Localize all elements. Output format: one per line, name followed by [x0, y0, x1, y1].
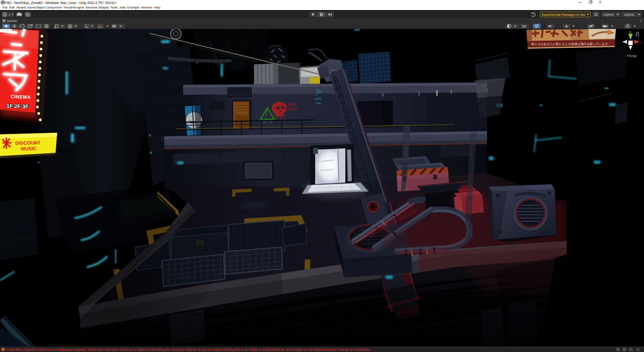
- svg-text:私たちはあなたに私たちとの快適な飛行を願っています: 私たちはあなたに私たちとの快適な飛行を願っています: [531, 42, 608, 46]
- svg-text:DISCOUNT: DISCOUNT: [15, 140, 41, 146]
- svg-text:1F 2F 3F: 1F 2F 3F: [6, 103, 29, 110]
- svg-text:x: x: [640, 41, 641, 43]
- svg-text:MUSIC: MUSIC: [21, 146, 37, 152]
- svg-text:y: y: [629, 30, 630, 33]
- svg-text:x: x: [87, 26, 89, 29]
- svg-text:CINEMA: CINEMA: [10, 94, 31, 100]
- svg-text:J: J: [8, 13, 10, 16]
